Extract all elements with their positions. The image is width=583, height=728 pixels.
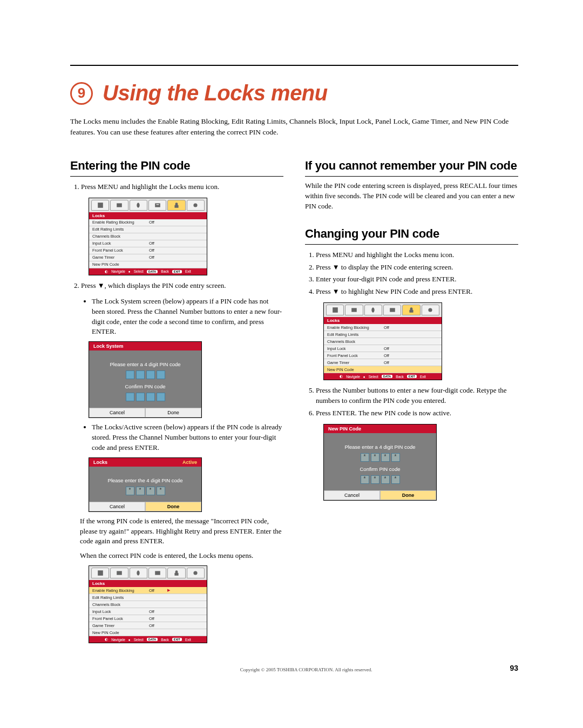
left-column: Entering the PIN code Press MENU and hig… — [70, 153, 283, 648]
chevron-right-icon: ▶ — [167, 588, 170, 593]
dialog-title-locks-active: Locks Active — [89, 458, 201, 467]
left-bullet1: The Lock System screen (below) appears i… — [92, 296, 283, 337]
svg-rect-2 — [155, 203, 160, 207]
figure-lock-system: Lock System Please enter a 4 digit PIN c… — [89, 341, 202, 418]
left-step1: Press MENU and highlight the Locks menu … — [81, 182, 283, 192]
figure-locks-menu-1: Locks Enable Rating BlockingOff Edit Rat… — [89, 198, 207, 275]
tab-icon — [110, 200, 128, 211]
chapter-number-badge: 9 — [70, 82, 93, 105]
left-step2: Press ▼, which displays the PIN code ent… — [81, 281, 283, 291]
chapter-header: 9 Using the Locks menu — [70, 81, 518, 105]
figure-new-pin-code: New PIN Code Please enter a 4 digit PIN … — [323, 424, 437, 501]
row-new-pin-code[interactable]: New PIN Code — [324, 366, 442, 373]
section-title-cannot-remember: If you cannot remember your PIN code — [305, 159, 518, 177]
right-step2: Press ▼ to display the PIN code entering… — [316, 262, 518, 273]
dialog-title-lock-system: Lock System — [89, 342, 201, 350]
right-step4: Press ▼ to highlight New PIN Code and pr… — [316, 287, 518, 297]
svg-rect-0 — [98, 203, 103, 208]
dialog-title-new-pin: New PIN Code — [324, 424, 436, 433]
chapter-number: 9 — [70, 82, 93, 105]
intro-text: The Locks menu includes the Enable Ratin… — [70, 116, 518, 137]
locks-panel-title: Locks — [89, 212, 207, 219]
right-step5: Press the Number buttons to enter a new … — [316, 386, 518, 406]
svg-rect-9 — [333, 307, 338, 313]
left-para2: When the correct PIN code is entered, th… — [80, 551, 283, 561]
navbar: ◐Navigate ●Select DATABack EXITExit — [89, 268, 207, 275]
section-title-changing: Changing your PIN code — [305, 227, 518, 245]
svg-rect-11 — [390, 308, 395, 312]
done-button[interactable]: Done — [145, 502, 201, 511]
cancel-button[interactable]: Cancel — [89, 408, 145, 417]
left-para1: If the wrong PIN code is entered, the me… — [80, 516, 283, 547]
page-number: 93 — [510, 664, 518, 672]
tab-icon — [187, 200, 205, 211]
chapter-title: Using the Locks menu — [103, 81, 328, 105]
svg-rect-1 — [117, 203, 122, 207]
right-para1: While the PIN code entering screen is di… — [305, 181, 518, 212]
svg-point-4 — [194, 203, 198, 207]
svg-rect-6 — [117, 571, 122, 575]
svg-rect-5 — [98, 570, 103, 576]
tab-icon — [148, 200, 166, 211]
cancel-button[interactable]: Cancel — [89, 502, 145, 511]
svg-point-8 — [194, 571, 198, 575]
figure-locks-menu-open: Locks Enable Rating BlockingOff▶ Edit Ra… — [89, 565, 207, 643]
tab-icon — [130, 200, 147, 211]
done-button[interactable]: Done — [145, 408, 201, 417]
right-step3: Enter your four-digit PIN code and press… — [316, 274, 518, 285]
svg-rect-7 — [155, 571, 160, 575]
done-button[interactable]: Done — [380, 490, 436, 500]
right-step1: Press MENU and highlight the Locks menu … — [316, 250, 518, 260]
right-step6: Press ENTER. The new PIN code is now act… — [316, 408, 518, 419]
lock-icon — [167, 200, 185, 211]
top-rule — [70, 65, 518, 66]
lock-icon — [402, 305, 420, 315]
cancel-button[interactable]: Cancel — [324, 490, 380, 500]
svg-rect-10 — [351, 308, 357, 312]
section-title-entering: Entering the PIN code — [70, 159, 283, 177]
figure-locks-menu-newpin: Locks Enable Rating BlockingOff Edit Rat… — [323, 302, 442, 380]
copyright: Copyright © 2005 TOSHIBA CORPORATION. Al… — [103, 667, 510, 672]
row-enable-rating-blocking[interactable]: Enable Rating BlockingOff▶ — [89, 587, 207, 594]
tab-icon — [91, 200, 109, 211]
figure-locks-active: Locks Active Please enter the 4 digit PI… — [89, 457, 202, 512]
right-column: If you cannot remember your PIN code Whi… — [305, 153, 518, 648]
left-bullet2: The Locks/Active screen (below) appears … — [92, 422, 283, 453]
svg-point-12 — [429, 308, 432, 312]
